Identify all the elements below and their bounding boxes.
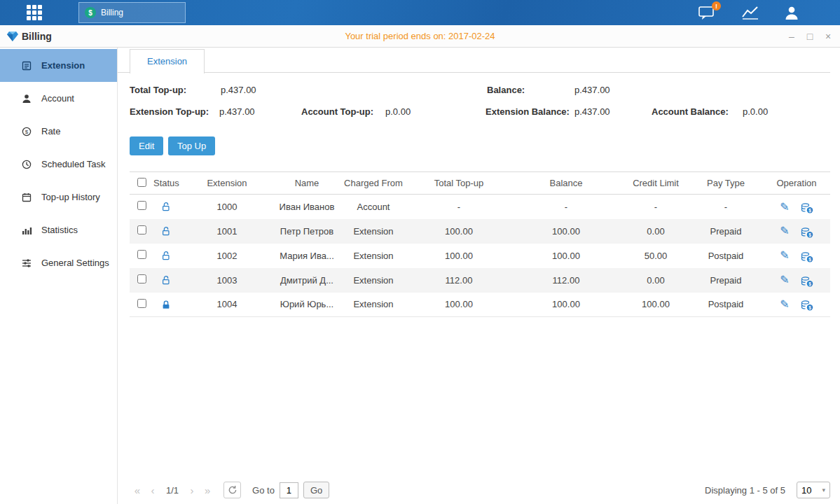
total-topup-value: p.437.00 [221, 85, 256, 95]
status-lock-icon[interactable] [161, 274, 171, 285]
edit-row-icon[interactable]: ✎ [780, 249, 789, 261]
last-page-icon[interactable]: » [200, 484, 215, 496]
first-page-icon[interactable]: « [130, 484, 145, 496]
topup-row-icon[interactable]: $ [801, 300, 813, 311]
header-extension: Extension [179, 172, 275, 195]
row-checkbox[interactable] [137, 299, 146, 308]
go-button[interactable]: Go [303, 482, 329, 498]
coin-icon: $ [21, 126, 32, 137]
extensions-table: Status Extension Name Charged From Total… [130, 172, 830, 317]
svg-text:$: $ [808, 305, 811, 311]
sidebar-item-topup-history[interactable]: Top-up History [0, 181, 117, 214]
svg-text:$: $ [808, 232, 811, 238]
account-balance-label: Account Balance: [652, 106, 729, 117]
cell-charged-from: Extension [338, 244, 408, 268]
status-lock-icon[interactable] [161, 299, 171, 309]
edit-row-icon[interactable]: ✎ [780, 274, 789, 286]
person-icon [21, 93, 32, 104]
top-up-button[interactable]: Top Up [168, 136, 215, 155]
status-lock-icon[interactable] [161, 225, 171, 236]
row-checkbox[interactable] [137, 250, 146, 259]
topup-row-icon[interactable]: $ [801, 227, 813, 238]
prev-page-icon[interactable]: ‹ [145, 484, 160, 496]
sidebar-item-general-settings[interactable]: General Settings [0, 246, 117, 279]
edit-row-icon[interactable]: ✎ [780, 225, 789, 237]
tab-extension[interactable]: Extension [130, 49, 205, 74]
balance-label: Balance: [487, 85, 525, 95]
window-title: Billing [22, 25, 52, 48]
table-row: 1001 Петр Петров Extension 100.00 100.00… [130, 219, 830, 244]
tab-strip: Extension [118, 48, 830, 73]
titlebar: Billing Your trial period ends on: 2017-… [0, 25, 840, 48]
chart-icon[interactable] [741, 4, 762, 21]
cell-charged-from: Account [338, 195, 408, 219]
cell-credit-limit: 100.00 [623, 293, 689, 317]
topbar-tab-billing[interactable]: $ Billing [78, 2, 186, 23]
total-topup-label: Total Top-up: [130, 85, 186, 95]
extension-balance-value: p.437.00 [574, 106, 610, 117]
extension-topup-value: p.437.00 [219, 106, 255, 117]
select-all-checkbox[interactable] [137, 178, 146, 187]
header-status: Status [153, 172, 179, 195]
minimize-icon[interactable]: – [787, 31, 797, 41]
next-page-icon[interactable]: › [184, 484, 200, 496]
cell-total-topup: 100.00 [408, 244, 509, 268]
table-header-row: Status Extension Name Charged From Total… [130, 172, 830, 195]
displaying-count: Displaying 1 - 5 of 5 [705, 485, 785, 496]
goto-label: Go to [252, 485, 275, 496]
status-lock-icon[interactable] [161, 250, 171, 260]
page-size-value: 10 [801, 485, 811, 496]
cell-charged-from: Extension [338, 219, 408, 244]
sidebar-item-extension[interactable]: Extension [0, 49, 117, 82]
edit-row-icon[interactable]: ✎ [780, 201, 789, 213]
cell-name: Юрий Юрь... [275, 293, 338, 317]
edit-row-icon[interactable]: ✎ [780, 298, 789, 310]
header-operation: Operation [763, 172, 830, 195]
user-icon[interactable] [783, 4, 804, 21]
cell-pay-type: Postpaid [689, 293, 763, 317]
sidebar: Extension Account $ Rate Scheduled Task [0, 48, 118, 504]
header-credit-limit: Credit Limit [623, 172, 689, 195]
maximize-icon[interactable]: □ [805, 31, 815, 41]
goto-page-input[interactable] [280, 482, 298, 498]
status-lock-icon[interactable] [161, 201, 171, 211]
extension-topup-label: Extension Top-up: [130, 106, 209, 117]
svg-text:$: $ [25, 129, 29, 135]
account-topup-value: p.0.00 [385, 106, 411, 117]
cell-pay-type: - [689, 195, 763, 219]
row-checkbox[interactable] [137, 225, 146, 234]
row-checkbox[interactable] [137, 201, 146, 210]
cell-extension: 1004 [179, 293, 275, 317]
header-name: Name [275, 172, 338, 195]
billing-app-window: $ Billing ! [0, 0, 840, 504]
cell-credit-limit: - [623, 195, 689, 219]
clock-icon [21, 159, 32, 170]
topup-row-icon[interactable]: $ [801, 252, 813, 262]
page-size-select[interactable]: 10 ▾ [797, 482, 830, 498]
apps-grid-icon[interactable] [27, 5, 46, 20]
row-checkbox[interactable] [137, 274, 146, 284]
cell-charged-from: Extension [338, 268, 408, 293]
close-icon[interactable]: × [823, 31, 833, 41]
cell-name: Петр Петров [275, 219, 338, 244]
topup-row-icon[interactable]: $ [801, 276, 813, 287]
sidebar-item-account[interactable]: Account [0, 82, 117, 115]
chat-icon[interactable]: ! [697, 4, 718, 21]
header-pay-type: Pay Type [689, 172, 763, 195]
cell-credit-limit: 0.00 [623, 268, 689, 293]
cell-total-topup: 112.00 [408, 268, 509, 293]
cell-extension: 1002 [179, 244, 275, 268]
topup-row-icon[interactable]: $ [801, 203, 813, 214]
topbar: $ Billing ! [0, 0, 840, 25]
sidebar-item-scheduled-task[interactable]: Scheduled Task [0, 148, 117, 181]
topbar-tab-label: Billing [101, 8, 123, 18]
table-row: 1004 Юрий Юрь... Extension 100.00 100.00… [130, 293, 830, 317]
cell-charged-from: Extension [338, 293, 408, 317]
window-controls: – □ × [787, 25, 833, 48]
calendar-icon [21, 192, 32, 203]
sidebar-item-statistics[interactable]: Statistics [0, 214, 117, 246]
sidebar-item-rate[interactable]: $ Rate [0, 115, 117, 148]
cell-pay-type: Postpaid [689, 244, 763, 268]
refresh-button[interactable] [223, 482, 241, 498]
edit-button[interactable]: Edit [130, 136, 163, 155]
